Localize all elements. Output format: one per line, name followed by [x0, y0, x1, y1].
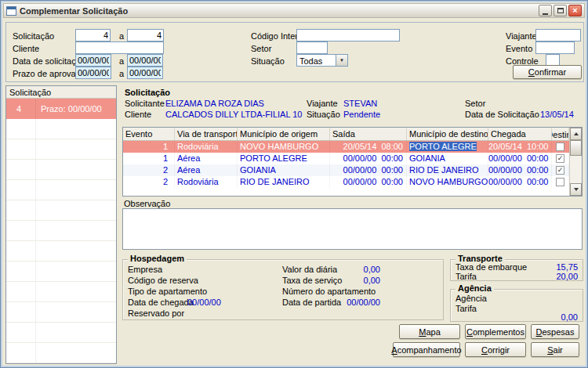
complementar-solicitacao-window: Complementar Solicitação × Solicitação a…: [0, 0, 588, 368]
request-list: Solicitação 4 Prazo: 00/00/00: [5, 85, 117, 364]
cell-origem[interactable]: GOIANIA: [238, 164, 330, 176]
taxa-embarque-label: Taxa de embarque: [456, 262, 527, 272]
cell-evento[interactable]: 2: [123, 176, 175, 188]
viajante-filter-input[interactable]: [535, 29, 581, 41]
viajante-value: STEVAN: [343, 99, 377, 108]
window-title: Complementar Solicitação: [20, 6, 535, 16]
list-row-empty[interactable]: [6, 139, 116, 160]
empresa-label: Empresa: [128, 265, 162, 274]
prazo-aprovacao-to-input[interactable]: [127, 67, 163, 79]
prazo-aprovacao-from-input[interactable]: [75, 67, 111, 79]
viajante-filter-label: Viajante: [506, 31, 537, 41]
column-header-chegada[interactable]: Chegada: [488, 128, 552, 140]
list-row-empty[interactable]: [6, 119, 116, 139]
cell-via[interactable]: Rodoviária: [175, 141, 238, 153]
scrollbar-thumb[interactable]: [570, 140, 582, 156]
observacao-label: Observação: [124, 199, 170, 208]
list-row-empty[interactable]: [6, 200, 116, 221]
hospedagem-group-title: Hospedagem: [128, 254, 187, 263]
destino-checkbox[interactable]: ✓: [556, 166, 564, 175]
cell-saida[interactable]: 00/00/00 00:00: [330, 164, 407, 176]
tipo-apartamento-label: Tipo de apartamento: [128, 287, 207, 296]
itinerary-row[interactable]: 1RodoviáriaNOVO HAMBURGO20/05/14 08:00PO…: [123, 141, 569, 153]
list-row-empty[interactable]: [6, 160, 116, 180]
cell-origem[interactable]: NOVO HAMBURGO: [238, 141, 330, 153]
titlebar[interactable]: Complementar Solicitação ×: [3, 3, 585, 18]
cliente-value: CALCADOS DILLY LTDA-FILIAL 10: [165, 110, 302, 119]
list-row-empty[interactable]: [6, 282, 116, 302]
despesas-button[interactable]: Despesas: [531, 324, 579, 339]
destino-checkbox[interactable]: [556, 178, 564, 186]
acompanhamento-button[interactable]: Acompanhamento: [393, 342, 460, 357]
data-solicitacao-from-input[interactable]: [75, 54, 111, 67]
complementos-button[interactable]: Complementos: [465, 324, 526, 339]
list-row-empty[interactable]: [6, 343, 116, 363]
cell-chegada[interactable]: 20/05/14 10:00: [488, 141, 552, 153]
list-row-empty[interactable]: [6, 262, 116, 282]
itinerary-row[interactable]: 2RodoviáriaRIO DE JANEIRO00/00/00 00:00N…: [123, 176, 569, 188]
cell-evento[interactable]: 2: [123, 164, 175, 176]
situacao-dropdown[interactable]: Todas ▼: [296, 54, 348, 67]
cell-destino_mun[interactable]: RIO DE JANEIRO: [407, 164, 488, 176]
destino-checkbox[interactable]: ✓: [556, 154, 564, 163]
column-header-via[interactable]: Via de transporte: [175, 128, 238, 140]
cell-via[interactable]: Aérea: [175, 153, 238, 164]
sair-button[interactable]: Sair: [531, 342, 579, 357]
scroll-up-button[interactable]: [570, 128, 582, 140]
agencia-group: Agência Agência Tarifa 0,00: [450, 289, 583, 322]
list-row-empty[interactable]: [6, 302, 116, 323]
list-row-empty[interactable]: [6, 323, 116, 343]
cell-saida[interactable]: 20/05/14 08:00: [330, 141, 407, 153]
request-number: [6, 200, 36, 220]
cell-origem[interactable]: RIO DE JANEIRO: [238, 176, 330, 188]
column-header-origem[interactable]: Município de origem: [238, 128, 330, 140]
observacao-textarea[interactable]: [122, 208, 583, 250]
cell-destino_mun[interactable]: PORTO ALEGRE: [407, 141, 488, 153]
data-solicitacao-to-input[interactable]: [127, 54, 163, 67]
itinerary-row[interactable]: 1AéreaPORTO ALEGRE00/00/00 00:00GOIANIA0…: [123, 153, 569, 164]
solicitacao-to-input[interactable]: [127, 29, 164, 41]
cliente-filter-input[interactable]: [75, 41, 164, 54]
cell-destino_mun[interactable]: GOIANIA: [407, 153, 488, 164]
cell-chegada[interactable]: 00/00/00 00:00: [488, 176, 552, 188]
column-header-evento[interactable]: Evento: [123, 128, 175, 140]
list-row-empty[interactable]: [6, 221, 116, 241]
data-partida-value: 00/00/00: [314, 298, 380, 307]
evento-filter-input[interactable]: [535, 41, 575, 54]
cell-destino_mun[interactable]: NOVO HAMBURGO: [407, 176, 488, 188]
close-button[interactable]: ×: [568, 5, 582, 16]
corrigir-button[interactable]: Corrigir: [465, 342, 526, 357]
cell-saida[interactable]: 00/00/00 00:00: [330, 176, 407, 188]
table-scrollbar[interactable]: [569, 128, 582, 196]
cell-evento[interactable]: 1: [123, 141, 175, 153]
cell-saida[interactable]: 00/00/00 00:00: [330, 153, 407, 164]
maximize-button[interactable]: [554, 5, 567, 16]
list-row-empty[interactable]: [6, 180, 116, 200]
agencia-group-title: Agência: [456, 283, 494, 293]
confirmar-button[interactable]: Confirmar: [513, 65, 582, 79]
list-row-empty[interactable]: [6, 241, 116, 262]
solicitacao-from-input[interactable]: [75, 29, 111, 41]
cell-via[interactable]: Aérea: [175, 164, 238, 176]
agencia-label: Agência: [456, 294, 487, 303]
cell-evento[interactable]: 1: [123, 153, 175, 164]
column-header-destino[interactable]: Destino: [552, 128, 569, 140]
request-number: [6, 241, 36, 261]
column-header-destmun[interactable]: Município de destino: [407, 128, 488, 140]
chevron-down-icon[interactable]: ▼: [336, 55, 347, 66]
scroll-down-button[interactable]: [570, 183, 582, 196]
cell-origem[interactable]: PORTO ALEGRE: [238, 153, 330, 164]
minimize-button[interactable]: [539, 5, 552, 16]
evento-filter-label: Evento: [506, 44, 532, 53]
codigo-interno-input[interactable]: [296, 29, 400, 41]
mapa-button[interactable]: Mapa: [399, 324, 460, 339]
cell-chegada[interactable]: 00/00/00 00:00: [488, 153, 552, 164]
column-header-saida[interactable]: Saída: [330, 128, 407, 140]
cell-via[interactable]: Rodoviária: [175, 176, 238, 188]
itinerary-row[interactable]: 2AéreaGOIANIA00/00/00 00:00RIO DE JANEIR…: [123, 164, 569, 176]
cell-chegada[interactable]: 00/00/00 00:00: [488, 164, 552, 176]
request-list-item-selected[interactable]: 4 Prazo: 00/00/00: [6, 99, 116, 119]
situacao-dropdown-value: Todas: [297, 55, 336, 66]
destino-checkbox[interactable]: [556, 143, 564, 151]
setor-filter-input[interactable]: [296, 41, 328, 54]
